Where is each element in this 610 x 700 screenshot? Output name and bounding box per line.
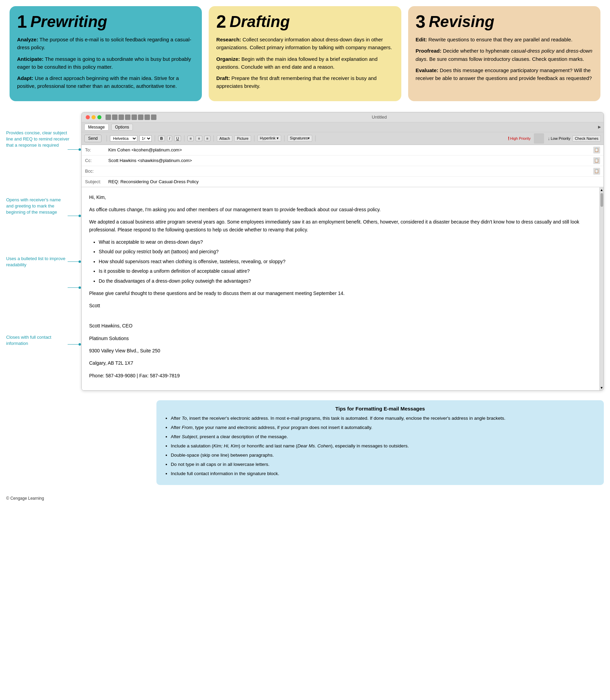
toolbar-icon-6[interactable]	[138, 115, 143, 120]
toolbar-tabs-row: Message Options ▶	[82, 122, 604, 132]
annotation-subject: Provides concise, clear subject line and…	[6, 130, 69, 149]
panel-3-title: Revising	[429, 12, 495, 31]
toolbar-icon-2[interactable]	[112, 115, 117, 120]
underline-button[interactable]: U	[174, 136, 181, 141]
separator-6	[284, 135, 285, 142]
email-scrollbar[interactable]: ▲ ▼	[599, 187, 604, 391]
tip-2: After From, type your name and electroni…	[171, 424, 597, 431]
panel-drafting-body: Research: Collect secondary information …	[216, 36, 393, 90]
high-priority-button[interactable]: ! High Priority	[508, 136, 531, 141]
panel-revising-header: 3 Revising	[416, 12, 593, 31]
subject-value[interactable]: REQ: Reconsidering Our Casual-Dress Poli…	[108, 179, 600, 184]
close-button[interactable]	[86, 115, 90, 119]
cc-address-book-icon[interactable]: 📋	[593, 157, 600, 164]
italic-button[interactable]: I	[167, 136, 172, 141]
scroll-up-arrow[interactable]: ▲	[600, 188, 604, 192]
scroll-down-arrow[interactable]: ▼	[600, 386, 604, 390]
signature-line-1: Scott Hawkins, CEO	[89, 322, 592, 329]
toolbar-icon-8[interactable]	[151, 115, 156, 120]
tip-7: Include full contact information in the …	[171, 470, 597, 477]
panel-2-item-1: Research: Collect secondary information …	[216, 36, 393, 52]
picture-button[interactable]: Picture	[234, 135, 251, 142]
scroll-right-icon: ▶	[598, 125, 601, 129]
toolbar-icon-4[interactable]	[125, 115, 130, 120]
minimize-button[interactable]	[92, 115, 96, 119]
left-annotations: Provides concise, clear subject line and…	[6, 112, 81, 485]
panel-1-number: 1	[17, 13, 27, 30]
align-center-button[interactable]: ≡	[196, 136, 202, 141]
separator-5	[254, 135, 254, 142]
low-priority-button[interactable]: ↓ Low Priority	[547, 136, 570, 141]
bullet-5: Do the disadvantages of a dress-down pol…	[99, 277, 592, 285]
panel-3-number: 3	[416, 13, 426, 30]
font-size-select[interactable]: 14	[139, 135, 152, 142]
email-body-row: Hi, Kim, As office cultures change, I'm …	[82, 187, 604, 391]
bcc-label: Bcc:	[85, 169, 108, 174]
separator-1	[107, 135, 107, 142]
scroll-thumb[interactable]	[600, 193, 603, 207]
copyright: © Cengage Learning	[0, 493, 610, 506]
panel-prewriting: 1 Prewriting Analyze: The purpose of thi…	[10, 6, 202, 101]
right-column: Untitled Message Options ▶ Send	[81, 112, 604, 485]
align-right-button[interactable]: ≡	[204, 136, 210, 141]
panel-1-title: Prewriting	[30, 12, 107, 31]
align-left-button[interactable]: ≡	[188, 136, 194, 141]
hyperlink-button[interactable]: Hyperlink ▾	[258, 135, 281, 142]
toolbar-icon-5[interactable]	[131, 115, 137, 120]
separator-4	[213, 135, 214, 142]
to-value[interactable]: Kim Cohen <kcohen@platinum.com>	[108, 147, 591, 152]
maximize-button[interactable]	[97, 115, 101, 119]
signatures-button[interactable]: Signatures▾	[288, 135, 313, 142]
signature-line-3: 9300 Valley View Blvd., Suite 250	[89, 347, 592, 354]
email-body: Hi, Kim, As office cultures change, I'm …	[82, 187, 599, 391]
panel-1-item-3: Adapt: Use a direct approach beginning w…	[17, 74, 194, 90]
panel-prewriting-body: Analyze: The purpose of this e-mail is t…	[17, 36, 194, 90]
tip-1: After To, insert the receiver's electron…	[171, 415, 597, 422]
tips-box: Tips for Formatting E-mail Messages Afte…	[156, 400, 604, 485]
font-family-select[interactable]: Helvetica	[110, 135, 137, 142]
email-window: Untitled Message Options ▶ Send	[81, 112, 604, 391]
cc-value[interactable]: Scott Hawkins <shawkins@platinum.com>	[108, 158, 591, 163]
panel-drafting-header: 2 Drafting	[216, 12, 393, 31]
tip-4: Include a salutation (Kim; Hi, Kim) or h…	[171, 443, 597, 450]
tab-options[interactable]: Options	[111, 124, 133, 131]
tab-message[interactable]: Message	[84, 124, 109, 131]
bullet-3: How should supervisors react when clothi…	[99, 258, 592, 265]
email-toolbar: Message Options ▶ Send Helvetica 14	[82, 122, 604, 145]
separator-7	[315, 135, 316, 142]
email-closing: Please give careful thought to these que…	[89, 290, 592, 297]
signature-name: Scott	[89, 302, 592, 309]
email-signature: Scott Scott Hawkins, CEO Platinum Soluti…	[89, 302, 592, 379]
subject-label: Subject:	[85, 179, 108, 184]
bcc-address-book-icon[interactable]: 📋	[593, 168, 600, 175]
toolbar-icon-7[interactable]	[144, 115, 150, 120]
signature-line-5: Phone: 587-439-9080 | Fax: 587-439-7819	[89, 372, 592, 379]
panel-3-item-3: Evaluate: Does this message encourage pa…	[416, 66, 593, 82]
toolbar-icon-3[interactable]	[119, 115, 124, 120]
panel-1-item-2: Anticipate: The message is going to a su…	[17, 55, 194, 71]
person-icon	[534, 133, 544, 144]
send-button[interactable]: Send	[84, 135, 101, 142]
panel-1-item-1: Analyze: The purpose of this e-mail is t…	[17, 36, 194, 52]
attach-button[interactable]: Attach	[217, 135, 232, 142]
to-address-book-icon[interactable]: 📋	[593, 147, 600, 153]
tips-list: After To, insert the receiver's electron…	[171, 415, 597, 477]
panel-prewriting-header: 1 Prewriting	[17, 12, 194, 31]
separator-2	[155, 135, 155, 142]
panel-revising-body: Edit: Rewrite questions to ensure that t…	[416, 36, 593, 82]
subject-field-row: Subject: REQ: Reconsidering Our Casual-D…	[82, 177, 604, 187]
email-para1: As office cultures change, I'm asking yo…	[89, 206, 592, 213]
panel-revising: 3 Revising Edit: Rewrite questions to en…	[408, 6, 600, 101]
panel-2-title: Drafting	[230, 12, 290, 31]
window-title: Untitled	[159, 115, 599, 120]
email-greeting: Hi, Kim,	[89, 193, 592, 201]
toolbar-format-row: Send Helvetica 14 B I U ≡	[82, 132, 604, 145]
annotations-wrapper: Provides concise, clear subject line and…	[6, 112, 604, 485]
check-names-button[interactable]: Check Names	[572, 135, 601, 142]
priority-area: ! High Priority ↓ Low Priority Check Nam…	[508, 133, 601, 144]
annotation-bullets: Uses a bulleted list to improve readabil…	[6, 256, 69, 268]
panel-2-item-2: Organize: Begin with the main idea follo…	[216, 55, 393, 71]
toolbar-icon-1[interactable]	[106, 115, 111, 120]
signature-line-2: Platinum Solutions	[89, 335, 592, 342]
bold-button[interactable]: B	[158, 136, 165, 141]
